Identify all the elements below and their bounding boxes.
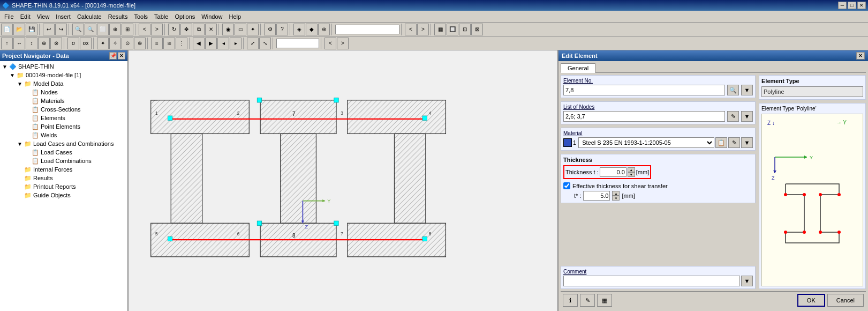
- zoom-out-button[interactable]: 🔍: [85, 24, 96, 35]
- tree-printout-reports[interactable]: 📁 Printout Reports: [16, 182, 126, 191]
- tb2-16[interactable]: ▶: [205, 38, 217, 49]
- panel-close-button[interactable]: ✕: [118, 52, 125, 60]
- cross-section-button[interactable]: ✦: [247, 24, 259, 35]
- element-no-input[interactable]: [563, 85, 725, 95]
- tb2-1[interactable]: ↑: [1, 38, 13, 49]
- comment-input[interactable]: [563, 276, 740, 286]
- element-no-label[interactable]: Element No.: [563, 78, 753, 84]
- tree-nodes[interactable]: 📋 Nodes: [24, 88, 126, 97]
- title-bar-controls[interactable]: ─ □ ✕: [838, 2, 866, 9]
- tb2-13[interactable]: ≋: [163, 38, 175, 49]
- tb2-21[interactable]: <: [324, 38, 336, 49]
- nodes-btn2[interactable]: ▼: [741, 111, 753, 122]
- tb2-17[interactable]: ◂: [217, 38, 229, 49]
- zoom-fit-button[interactable]: ⊞: [122, 24, 133, 35]
- search-input[interactable]: [335, 25, 399, 34]
- menu-tools[interactable]: Tools: [131, 11, 151, 22]
- menu-edit[interactable]: Edit: [17, 11, 34, 22]
- extra-2[interactable]: ◆: [306, 24, 318, 35]
- tree-point-elements[interactable]: 📋 Point Elements: [24, 122, 126, 131]
- copy-button[interactable]: ⧉: [193, 24, 205, 35]
- move-button[interactable]: ✥: [180, 24, 192, 35]
- dialog-close-button[interactable]: ✕: [856, 52, 865, 60]
- tree-load-cases-comb[interactable]: ▼ 📁 Load Cases and Combinations: [16, 139, 126, 148]
- close-button[interactable]: ✕: [857, 2, 866, 9]
- element-no-btn2[interactable]: ▼: [741, 85, 753, 95]
- menu-help[interactable]: Help: [225, 11, 244, 22]
- menu-view[interactable]: View: [34, 11, 53, 22]
- effective-thickness-checkbox[interactable]: [563, 182, 570, 189]
- t-star-input[interactable]: [583, 191, 610, 201]
- tree-internal-forces[interactable]: 📁 Internal Forces: [16, 165, 126, 174]
- tb2-5[interactable]: ⊗: [50, 38, 62, 49]
- undo-button[interactable]: ↩: [43, 24, 55, 35]
- panel-header-buttons[interactable]: 📌 ✕: [109, 52, 125, 60]
- tb2-10[interactable]: ⊙: [122, 38, 133, 49]
- tree-guide-objects[interactable]: 📁 Guide Objects: [16, 191, 126, 199]
- tree-root[interactable]: ▼ 🔷 SHAPE-THIN: [1, 62, 126, 71]
- tb2-3[interactable]: ↕: [26, 38, 37, 49]
- list-of-nodes-input[interactable]: [563, 111, 725, 122]
- toolbar2-input[interactable]: [276, 39, 319, 48]
- prev-button[interactable]: <: [139, 24, 150, 35]
- nodes-btn1[interactable]: ✎: [727, 111, 739, 122]
- tree-elements[interactable]: 📋 Elements: [24, 114, 126, 122]
- material-label[interactable]: Material: [563, 130, 753, 136]
- open-button[interactable]: 📂: [13, 24, 25, 35]
- t-star-up[interactable]: ▲: [612, 191, 620, 196]
- material-btn1[interactable]: 📋: [715, 137, 727, 148]
- tree-model-data[interactable]: ▼ 📁 Model Data: [16, 79, 126, 88]
- node-button[interactable]: ◉: [222, 24, 234, 35]
- ok-button[interactable]: OK: [797, 294, 825, 307]
- tree-materials[interactable]: 📋 Materials: [24, 97, 126, 105]
- tree-project[interactable]: ▼ 📁 000149-model-file [1]: [9, 71, 126, 79]
- delete-button[interactable]: ✕: [205, 24, 217, 35]
- tb2-11[interactable]: ⊚: [134, 38, 146, 49]
- menu-insert[interactable]: Insert: [52, 11, 74, 22]
- menu-file[interactable]: File: [1, 11, 17, 22]
- cancel-button[interactable]: Cancel: [827, 294, 864, 307]
- thickness-input[interactable]: [600, 167, 627, 177]
- tb2-22[interactable]: >: [337, 38, 349, 49]
- tree-cross-sections[interactable]: 📋 Cross-Sections: [24, 105, 126, 114]
- redo-button[interactable]: ↪: [55, 24, 67, 35]
- tb2-19[interactable]: ⤢: [247, 38, 259, 49]
- nav-next[interactable]: >: [417, 24, 429, 35]
- t-star-down[interactable]: ▼: [612, 196, 620, 201]
- zoom-in-button[interactable]: 🔍: [72, 24, 84, 35]
- zoom-window-button[interactable]: ⬜: [97, 24, 109, 35]
- maximize-button[interactable]: □: [848, 2, 856, 9]
- tb2-14[interactable]: ⋮: [176, 38, 187, 49]
- tb2-18[interactable]: ▸: [230, 38, 241, 49]
- material-btn3[interactable]: ▼: [741, 137, 753, 148]
- thickness-up[interactable]: ▲: [628, 167, 635, 172]
- menu-results[interactable]: Results: [105, 11, 131, 22]
- material-select[interactable]: Steel S 235 EN 1993-1-1:2005-05: [578, 137, 714, 148]
- view-btn-4[interactable]: ⊠: [471, 24, 483, 35]
- tree-load-cases[interactable]: 📋 Load Cases: [24, 148, 126, 157]
- tb2-2[interactable]: ↔: [13, 38, 25, 49]
- panel-pin-button[interactable]: 📌: [109, 52, 117, 60]
- menu-calculate[interactable]: Calculate: [74, 11, 105, 22]
- tb2-20[interactable]: ⤡: [259, 38, 271, 49]
- tree-results[interactable]: 📁 Results: [16, 174, 126, 182]
- rotate-button[interactable]: ↻: [168, 24, 180, 35]
- edit-button[interactable]: ✎: [580, 294, 595, 307]
- material-btn2[interactable]: ✎: [728, 137, 740, 148]
- thickness-down[interactable]: ▼: [628, 172, 635, 177]
- menu-options[interactable]: Options: [171, 11, 198, 22]
- save-button[interactable]: 💾: [26, 24, 37, 35]
- element-no-btn1[interactable]: 🔍: [727, 85, 739, 95]
- list-of-nodes-label[interactable]: List of Nodes: [563, 104, 753, 110]
- view-btn-3[interactable]: ⊡: [459, 24, 471, 35]
- extra-3[interactable]: ⊛: [318, 24, 330, 35]
- help-button[interactable]: ?: [276, 24, 288, 35]
- comment-label[interactable]: Comment: [563, 269, 753, 275]
- extra-1[interactable]: ◈: [293, 24, 305, 35]
- tree-welds[interactable]: 📋 Welds: [24, 131, 126, 139]
- tree-load-combinations[interactable]: 📋 Load Combinations: [24, 157, 126, 165]
- menu-window[interactable]: Window: [198, 11, 225, 22]
- menu-table[interactable]: Table: [151, 11, 171, 22]
- canvas-area[interactable]: 7 8 Y Z 1 2 3 4 5 6 7 8: [129, 50, 557, 311]
- tb2-8[interactable]: ✦: [97, 38, 109, 49]
